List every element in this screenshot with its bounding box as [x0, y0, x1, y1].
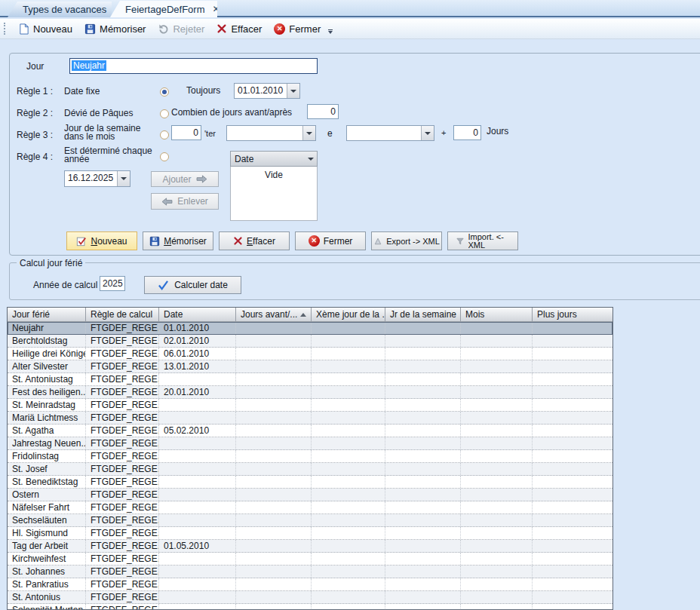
grid-row[interactable]: Näfelser FahrtFTGDEF_REGE... [8, 501, 612, 514]
annee-input[interactable]: 2025 [100, 276, 125, 291]
column-header[interactable]: Jour férié [8, 308, 86, 321]
grid-cell: Tag der Arbeit [8, 540, 86, 552]
grid-cell: FTGDEF_REGE... [86, 335, 159, 347]
toolbar-nouveau-button[interactable]: Nouveau [12, 20, 78, 38]
grid-row[interactable]: Mariä LichtmessFTGDEF_REGE... [8, 412, 612, 425]
jour-input[interactable]: Neujahr [69, 58, 318, 74]
regle2-radio[interactable] [160, 109, 169, 118]
grid-row[interactable]: Tag der ArbeitFTGDEF_REGE...01.05.2010 [8, 540, 612, 553]
grid-row[interactable]: NeujahrFTGDEF_REGE...01.01.2010 [8, 322, 612, 335]
column-header[interactable]: Plus jours [533, 308, 612, 321]
column-header[interactable]: Règle de calcul [86, 308, 159, 321]
grid-row[interactable]: Solennität MurtenFTGDEF_REGE... [8, 604, 612, 610]
effacer-button[interactable]: Effacer [219, 231, 290, 250]
grid-cell: Kirchweihfest [8, 553, 86, 565]
dropdown-button[interactable] [287, 84, 299, 98]
undo-icon [158, 23, 169, 35]
grid-cell [461, 604, 533, 610]
grid-row[interactable]: FridolinstagFTGDEF_REGE... [8, 450, 612, 463]
column-header[interactable]: Jr de la semaine [385, 308, 461, 321]
calculer-date-button[interactable]: Calculer date [144, 276, 241, 294]
fixed-date-picker[interactable]: 01.01.2010 [234, 83, 300, 99]
month-combo[interactable] [346, 125, 434, 141]
grid-row[interactable]: Jahrestag Neuen...FTGDEF_REGE... [8, 437, 612, 450]
regle4-radio[interactable] [160, 152, 169, 161]
grid-cell [159, 604, 236, 610]
grid-cell [236, 476, 312, 488]
grid-row[interactable]: SechseläutenFTGDEF_REGE... [8, 514, 612, 527]
grid-row[interactable]: St. BenediktstagFTGDEF_REGE... [8, 476, 612, 489]
grid-cell: FTGDEF_REGE... [86, 348, 159, 360]
tab-close-icon[interactable]: ✕ [212, 5, 220, 14]
enlever-button[interactable]: Enlever [151, 193, 219, 210]
date-list-header[interactable]: Date [230, 151, 318, 167]
grid-row[interactable]: Alter SilvesterFTGDEF_REGE...13.01.2010 [8, 360, 612, 373]
toolbar: Nouveau Mémoriser Rejeter Effacer ✕ Ferm… [0, 19, 700, 39]
grid-row[interactable]: Heilige drei KönigeFTGDEF_REGE...06.01.2… [8, 348, 612, 360]
dropdown-button[interactable] [304, 152, 317, 166]
grid-cell [461, 386, 533, 398]
grid-cell: 01.01.2010 [159, 322, 236, 334]
regle3-radio[interactable] [160, 130, 169, 139]
toolbar-grip[interactable] [4, 23, 7, 35]
annee-label: Année de calcul [33, 280, 97, 290]
column-header[interactable]: Jours avant/... [236, 308, 312, 321]
grid-cell [312, 386, 385, 398]
grid-cell [236, 578, 312, 590]
toolbar-overflow-button[interactable] [328, 24, 333, 34]
grid-row[interactable]: St. PankratiusFTGDEF_REGE... [8, 578, 612, 591]
column-header[interactable]: Date [159, 308, 236, 321]
grid-row[interactable]: Fest des heiligen...FTGDEF_REGE...20.01.… [8, 386, 612, 399]
dropdown-button[interactable] [117, 171, 130, 186]
column-header[interactable]: Mois [461, 308, 533, 321]
extra-days-input[interactable]: 0 [453, 125, 481, 140]
column-header[interactable]: Xème jour de la ... [312, 308, 385, 321]
regle3-desc: Jour de la semaine dans le mois [64, 124, 160, 139]
grid-row[interactable]: St. JohannesFTGDEF_REGE... [8, 566, 612, 578]
toolbar-memoriser-button[interactable]: Mémoriser [78, 20, 152, 38]
toolbar-fermer-button[interactable]: ✕ Fermer [268, 20, 327, 38]
grid-row[interactable]: OsternFTGDEF_REGE... [8, 489, 612, 501]
grid-cell [385, 399, 461, 411]
toolbar-rejeter-button[interactable]: Rejeter [152, 20, 210, 38]
fermer-button[interactable]: ✕ Fermer [295, 231, 366, 250]
combien-input[interactable]: 0 [307, 104, 339, 119]
nouveau-button[interactable]: Nouveau [66, 231, 137, 250]
grid-cell [533, 476, 612, 488]
date-listbox[interactable]: Vide [230, 167, 318, 221]
grid-cell: Berchtoldstag [8, 335, 86, 347]
import-xml-button[interactable]: Import. <- XML [447, 231, 518, 250]
e-label: e [327, 128, 333, 139]
grid-cell [312, 566, 385, 578]
import-xml-icon [456, 237, 465, 246]
weekday-combo[interactable] [226, 125, 316, 141]
grid-cell [533, 360, 612, 372]
grid-row[interactable]: St. MeinradstagFTGDEF_REGE... [8, 399, 612, 412]
grid-cell: FTGDEF_REGE... [86, 437, 159, 449]
grid-cell: Neujahr [8, 322, 86, 334]
grid-row[interactable]: Hl. SigismundFTGDEF_REGE... [8, 527, 612, 540]
grid-cell [533, 425, 612, 437]
combien-label: Combien de jours avant/après [171, 107, 292, 118]
dropdown-button[interactable] [421, 126, 434, 140]
memoriser-button[interactable]: Mémoriser [143, 231, 213, 250]
regle1-radio[interactable] [160, 87, 169, 97]
grid-cell [533, 348, 612, 360]
chevron-down-icon [290, 90, 296, 93]
grid-rows: NeujahrFTGDEF_REGE...01.01.2010Berchtold… [8, 322, 612, 610]
ajouter-button[interactable]: Ajouter [151, 171, 219, 187]
grid-row[interactable]: St. AgathaFTGDEF_REGE...05.02.2010 [8, 425, 612, 437]
toolbar-effacer-button[interactable]: Effacer [210, 20, 268, 38]
grid-row[interactable]: St. AntoniustagFTGDEF_REGE... [8, 373, 612, 386]
year-date-picker[interactable]: 16.12.2025 [64, 170, 130, 187]
weekday-count-input[interactable]: 0 [171, 125, 201, 140]
export-xml-button[interactable]: Export -> XML [371, 231, 442, 250]
dropdown-button[interactable] [302, 126, 315, 140]
grid-row[interactable]: BerchtoldstagFTGDEF_REGE...02.01.2010 [8, 335, 612, 348]
grid-row[interactable]: St. JosefFTGDEF_REGE... [8, 463, 612, 476]
blue-check-icon [158, 280, 169, 290]
tab-feiertagedefform[interactable]: FeiertageDefForm ✕ [110, 1, 217, 17]
tab-types-de-vacances[interactable]: Types de vacances ✕ [8, 2, 112, 17]
grid-row[interactable]: KirchweihfestFTGDEF_REGE... [8, 553, 612, 566]
grid-row[interactable]: St. AntoniusFTGDEF_REGE... [8, 591, 612, 604]
